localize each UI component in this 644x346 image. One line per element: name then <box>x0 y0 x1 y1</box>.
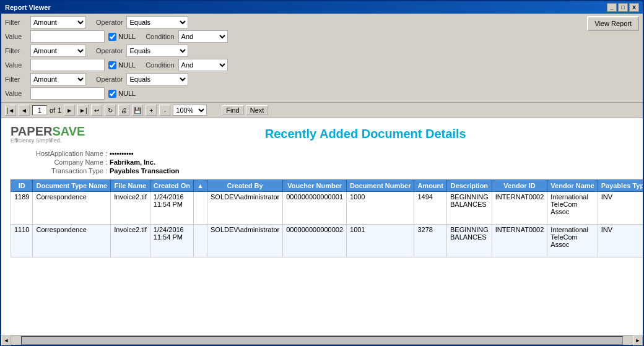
page-input[interactable] <box>32 105 47 115</box>
scroll-right-button[interactable]: ► <box>633 335 643 345</box>
table-row: 1110CorrespondenceInvoice2.tif1/24/2016 … <box>11 225 643 257</box>
table-cell: International TeleCom Assoc <box>547 225 598 257</box>
value-label-1: Value <box>5 33 27 40</box>
table-cell: SOLDEV\administrator <box>207 192 282 225</box>
scroll-track[interactable] <box>21 336 623 345</box>
table-cell: Invoice2.tif <box>111 192 150 225</box>
first-page-button[interactable]: |◄ <box>5 105 16 116</box>
transaction-row: Transaction Type : Payables Transaction <box>11 167 633 175</box>
prev-page-button[interactable]: ◄ <box>19 105 30 116</box>
title-bar: Report Viewer _ □ X <box>1 1 643 14</box>
table-cell: INV <box>598 225 643 257</box>
last-page-button[interactable]: ►| <box>77 105 89 116</box>
filter-row-1: Filter Amount Operator Equals <box>5 16 581 28</box>
table-cell: BEGINNING BALANCES <box>446 192 492 225</box>
logo-paper: PAPER <box>11 124 52 138</box>
operator-select-3[interactable]: Equals <box>126 73 188 85</box>
table-cell: INTERNAT0002 <box>492 225 547 257</box>
operator-label-2: Operator <box>96 47 123 54</box>
horizontal-scrollbar: ◄ ► <box>1 335 643 345</box>
filter-section: Filter Amount Operator Equals Value NULL… <box>5 16 581 100</box>
filter-select-3[interactable]: Amount <box>30 73 86 85</box>
zoom-in-button[interactable]: + <box>146 105 157 116</box>
forward-button[interactable]: ↻ <box>105 105 116 116</box>
col-created-on: Created On <box>150 180 193 192</box>
print-button[interactable]: 🖨 <box>118 105 129 116</box>
table-cell: INV <box>598 192 643 225</box>
filter-row-3: Filter Amount Operator Equals <box>5 45 581 57</box>
null-check-1[interactable]: NULL <box>108 33 136 41</box>
operator-label-1: Operator <box>96 19 123 26</box>
null-check-3[interactable]: NULL <box>108 90 136 98</box>
logo-text: PAPERSAVE <box>11 124 85 139</box>
table-cell: Correspondence <box>33 225 111 257</box>
zoom-out-button[interactable]: - <box>159 105 170 116</box>
value-input-2[interactable] <box>30 59 105 71</box>
table-cell: INTERNAT0002 <box>492 192 547 225</box>
report-content: PAPERSAVE Efficiency Simplified. Recentl… <box>1 118 643 335</box>
table-cell: 1001 <box>347 225 414 257</box>
table-cell: 3278 <box>414 225 447 257</box>
maximize-button[interactable]: □ <box>618 3 628 12</box>
value-input-1[interactable] <box>30 30 105 43</box>
filter-select-2[interactable]: Amount <box>30 45 86 57</box>
table-cell: 000000000000002 <box>283 225 347 257</box>
table-cell: 1000 <box>347 192 414 225</box>
filter-label-3: Filter <box>5 76 27 83</box>
data-table: ID Document Type Name File Name Created … <box>11 179 643 257</box>
col-voucher: Voucher Number <box>283 180 347 192</box>
view-report-button[interactable]: View Report <box>587 16 639 31</box>
condition-select-1[interactable]: And <box>178 30 228 43</box>
host-value: •••••••••• <box>110 150 134 157</box>
table-cell: 1/24/2016 11:54 PM <box>150 192 193 225</box>
transaction-label: Transaction Type : <box>11 167 110 175</box>
zoom-select[interactable]: 100% 75% 150% <box>173 105 207 116</box>
minimize-button[interactable]: _ <box>607 3 617 12</box>
host-row: HostApplication Name : •••••••••• <box>11 150 633 157</box>
page-info: of 1 <box>32 105 61 115</box>
company-value: Fabrikam, Inc. <box>110 158 155 166</box>
filter-row-5: Filter Amount Operator Equals <box>5 73 581 85</box>
filter-label-1: Filter <box>5 19 27 26</box>
filter-toolbar: Filter Amount Operator Equals Value NULL… <box>1 14 643 103</box>
operator-select-1[interactable]: Equals <box>126 16 188 28</box>
table-cell: BEGINNING BALANCES <box>446 225 492 257</box>
scroll-left-button[interactable]: ◄ <box>1 335 11 345</box>
value-input-3[interactable] <box>30 87 105 100</box>
report-viewer-window: Report Viewer _ □ X Filter Amount Operat… <box>0 0 644 346</box>
filter-row-6: Value NULL <box>5 87 581 100</box>
table-cell: SOLDEV\administrator <box>207 225 282 257</box>
col-payables-type: Payables Type <box>598 180 643 192</box>
logo-save: SAVE <box>52 124 85 138</box>
company-row: Company Name : Fabrikam, Inc. <box>11 158 633 166</box>
condition-label-1: Condition <box>146 33 174 40</box>
col-created-by: Created By <box>207 180 282 192</box>
find-button[interactable]: Find <box>222 105 243 115</box>
export-button[interactable]: 💾 <box>132 105 143 116</box>
of-label: of <box>50 106 55 114</box>
table-cell <box>194 192 207 225</box>
col-id: ID <box>11 180 33 192</box>
next-button[interactable]: Next <box>246 105 269 115</box>
view-report-section: View Report <box>581 16 639 100</box>
close-button[interactable]: X <box>629 3 639 12</box>
filter-select-1[interactable]: Amount <box>30 16 86 28</box>
next-page-button[interactable]: ► <box>64 105 75 116</box>
table-cell: 1110 <box>11 225 33 257</box>
window-title: Report Viewer <box>5 4 51 11</box>
condition-select-2[interactable]: And <box>178 59 228 71</box>
table-header-row: ID Document Type Name File Name Created … <box>11 180 643 192</box>
back-button[interactable]: ↩ <box>91 105 102 116</box>
value-label-3: Value <box>5 90 27 97</box>
meta-info: HostApplication Name : •••••••••• Compan… <box>11 150 633 175</box>
filter-label-2: Filter <box>5 47 27 54</box>
find-button-area: Find Next <box>222 105 268 115</box>
null-check-2[interactable]: NULL <box>108 61 136 69</box>
host-label: HostApplication Name : <box>11 150 110 157</box>
operator-select-2[interactable]: Equals <box>126 45 188 57</box>
report-title: Recently Added Document Details <box>97 127 633 141</box>
table-cell: 1/24/2016 11:54 PM <box>150 225 193 257</box>
nav-bar: |◄ ◄ of 1 ► ►| ↩ ↻ 🖨 💾 + - 100% 75% 150%… <box>1 103 643 118</box>
total-pages: 1 <box>58 106 61 114</box>
col-doc-number: Document Number <box>347 180 414 192</box>
